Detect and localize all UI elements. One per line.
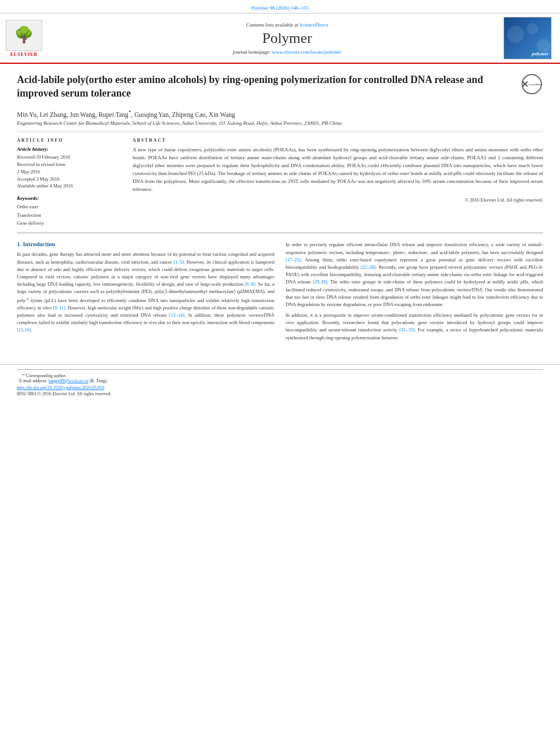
section-number: 1. (17, 241, 21, 247)
keyword-1: Ortho ester (17, 203, 121, 211)
affiliation: Engineering Research Center for Biomedic… (17, 120, 543, 126)
article-title-section: Acid-labile poly(ortho ester amino alcoh… (17, 73, 543, 104)
keyword-2: Transfection (17, 211, 121, 219)
page-footer: * Corresponding author. E-mail address: … (0, 364, 560, 401)
revised-date: 2 May 2016 (17, 168, 121, 176)
doi-link[interactable]: http://dx.doi.org/10.1016/j.polymer.2016… (17, 385, 543, 390)
intro-paragraph-3: In addition, it is a prerequisite to imp… (286, 312, 543, 342)
keyword-3: Gene delivery (17, 219, 121, 227)
corresponding-asterisk: * Corresponding author. (23, 373, 67, 378)
email-label: E-mail address: (19, 378, 47, 383)
received-date: Received 19 February 2016 (17, 154, 121, 161)
footer-issn: 0032-3861/© 2016 Elsevier Ltd. All right… (17, 391, 543, 396)
homepage-link[interactable]: www.elsevier.com/locate/polymer (272, 49, 342, 55)
ref-12-14: [12–14] (169, 312, 185, 318)
section-title-text: Introduction (23, 241, 55, 247)
ref-6-8: [6–8] (245, 281, 255, 287)
header-center: Contents lists available at ScienceDirec… (73, 17, 501, 59)
copyright-line: © 2016 Elsevier Ltd. All rights reserved… (133, 197, 543, 203)
body-section: 1. Introduction In past decades, gene th… (17, 241, 543, 341)
sciencedirect-label: Contents lists available at (246, 22, 298, 28)
corresponding-superscript: * (128, 110, 131, 116)
keywords-label: Keywords: (17, 195, 121, 201)
divider-1 (17, 132, 543, 132)
ref-9-11: [9–11] (53, 305, 65, 311)
body-col-left: 1. Introduction In past decades, gene th… (17, 241, 274, 341)
header-right: polymer (501, 17, 554, 59)
journal-ref: Polymer 96 (2016) 146–155 (251, 5, 309, 11)
authors: Min Yu, Lei Zhang, Jun Wang, Rupei Tang*… (17, 110, 543, 119)
header-left: 🌳 ELSEVIER (6, 17, 73, 59)
journal-homepage-line: journal homepage: www.elsevier.com/locat… (233, 49, 341, 55)
abstract-heading: ABSTRACT (133, 138, 543, 143)
elsevier-text: ELSEVIER (10, 52, 37, 57)
ref-1-5: [1–5] (173, 259, 183, 265)
section-title: 1. Introduction (17, 241, 274, 247)
polymer-cover-text: polymer (532, 51, 549, 56)
journal-name: Polymer (262, 30, 312, 47)
body-col-right: In order to precisely regulate efficient… (286, 241, 543, 341)
logo-tree-icon: 🌳 (14, 27, 34, 43)
crossmark-icon: ✕CrossMark (522, 74, 542, 94)
abstract-column: ABSTRACT A new type of linear copolymers… (133, 138, 543, 227)
elsevier-logo-image: 🌳 (6, 20, 42, 51)
sciencedirect-line: Contents lists available at ScienceDirec… (246, 22, 328, 28)
body-two-col: 1. Introduction In past decades, gene th… (17, 241, 543, 341)
main-content: Acid-labile poly(ortho ester amino alcoh… (0, 64, 560, 353)
ref-17-21: [17–21] (286, 257, 301, 263)
article-info-abstract: ARTICLE INFO Article history: Received 1… (17, 138, 543, 227)
ref-29-30: [29,30] (313, 279, 327, 285)
intro-paragraph-1: In past decades, gene therapy has attrac… (17, 251, 274, 334)
sciencedirect-link[interactable]: ScienceDirect (300, 22, 328, 28)
keywords-section: Keywords: Ortho ester Transfection Gene … (17, 195, 121, 227)
received-revised-label: Received in revised form (17, 161, 121, 168)
ref-15-16: [15,16] (17, 327, 31, 333)
crossmark: ✕CrossMark (520, 73, 543, 95)
header-band: 🌳 ELSEVIER Contents lists available at S… (0, 14, 560, 64)
body-divider (17, 233, 543, 233)
abstract-text: A new type of linear copolymers, poly(or… (133, 146, 543, 194)
ref-31-35: [31–35] (400, 327, 415, 333)
email-footnote: E-mail address: tangrp99@iccas.ac.cn (R.… (17, 378, 543, 383)
author-list: Min Yu, Lei Zhang, Jun Wang, Rupei Tang*… (17, 111, 235, 118)
article-info-heading: ARTICLE INFO (17, 138, 121, 143)
email-suffix: (R. Tang). (89, 378, 107, 383)
article-history-label: Article history: (17, 146, 121, 152)
polymer-cover-image: polymer (504, 17, 552, 59)
homepage-label: journal homepage: (233, 49, 270, 55)
article-info-column: ARTICLE INFO Article history: Received 1… (17, 138, 121, 227)
elsevier-logo: 🌳 ELSEVIER (6, 20, 42, 57)
page: Polymer 96 (2016) 146–155 🌳 ELSEVIER Con… (0, 0, 560, 747)
intro-paragraph-2: In order to precisely regulate efficient… (286, 241, 543, 308)
journal-header: Polymer 96 (2016) 146–155 (0, 0, 560, 14)
email-link[interactable]: tangrp99@iccas.ac.cn (49, 378, 88, 383)
article-title: Acid-labile poly(ortho ester amino alcoh… (17, 73, 515, 101)
corresponding-note: * Corresponding author. (17, 373, 543, 378)
ref-22-28: [22–28] (361, 264, 376, 270)
accepted-date: Accepted 3 May 2016 (17, 176, 121, 183)
available-online: Available online 4 May 2016 (17, 182, 121, 190)
